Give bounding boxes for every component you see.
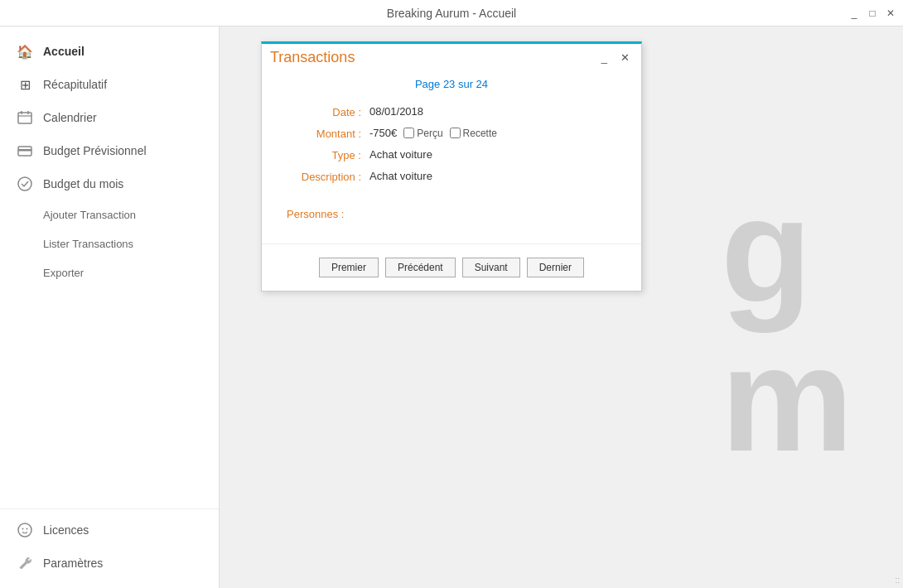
- date-value: 08/01/2018: [369, 105, 616, 118]
- percu-label: Perçu: [417, 128, 442, 139]
- montant-field: Montant : -750€ Perçu Recette: [287, 127, 616, 140]
- sidebar-item-label: Accueil: [43, 45, 85, 58]
- sidebar-sub-label: Ajouter Transaction: [43, 209, 136, 221]
- svg-point-6: [18, 177, 31, 190]
- sidebar-sub-label: Lister Transactions: [43, 238, 133, 250]
- smile-icon: [17, 522, 33, 538]
- home-icon: 🏠: [17, 43, 33, 60]
- dialog-title: Transactions: [270, 49, 355, 66]
- montant-label: Montant :: [287, 128, 369, 140]
- percu-checkbox[interactable]: [403, 128, 414, 138]
- montant-value: -750€: [369, 127, 397, 139]
- svg-point-7: [18, 523, 31, 537]
- app-title: Breaking Aurum - Accueil: [387, 7, 516, 20]
- suivant-button[interactable]: Suivant: [462, 258, 520, 277]
- dialog-footer: Premier Précédent Suivant Dernier: [262, 243, 641, 291]
- type-value: Achat voiture: [369, 148, 616, 161]
- maximize-button[interactable]: □: [867, 7, 878, 19]
- sidebar-item-budget-mois[interactable]: Budget du mois: [0, 167, 219, 200]
- sidebar-item-label: Calendrier: [43, 111, 97, 124]
- background-decoration: g m: [721, 176, 853, 474]
- recette-checkbox-label[interactable]: Recette: [450, 128, 497, 139]
- wrench-icon: [17, 555, 33, 571]
- main-layout: 🏠 Accueil ⊞ Récapitulatif Calendrier: [0, 27, 903, 588]
- sidebar-item-budget-previsionnel[interactable]: Budget Prévisionnel: [0, 134, 219, 167]
- recette-label: Recette: [463, 128, 497, 139]
- sidebar-item-lister-transactions[interactable]: Lister Transactions: [0, 229, 219, 258]
- card-icon: [17, 142, 33, 159]
- dialog-close-button[interactable]: ✕: [617, 50, 633, 65]
- sidebar-item-parametres[interactable]: Paramètres: [0, 547, 219, 580]
- sidebar-item-ajouter-transaction[interactable]: Ajouter Transaction: [0, 200, 219, 229]
- title-bar: Breaking Aurum - Accueil _ □ ✕: [0, 0, 903, 27]
- sidebar-sub-label: Exporter: [43, 267, 84, 279]
- content-area: g m Transactions _ ✕ Page 23 sur 24 Date…: [220, 27, 903, 588]
- sidebar-item-label: Licences: [43, 523, 89, 537]
- sidebar-item-exporter[interactable]: Exporter: [0, 258, 219, 287]
- calendar-icon: [17, 109, 33, 126]
- sidebar-item-licences[interactable]: Licences: [0, 513, 219, 547]
- resize-corner: ::: [895, 576, 900, 585]
- close-button[interactable]: ✕: [885, 7, 896, 19]
- sidebar-item-label: Budget du mois: [43, 177, 123, 190]
- sidebar-item-calendrier[interactable]: Calendrier: [0, 101, 219, 134]
- svg-rect-0: [18, 113, 31, 123]
- personnes-label: Personnes :: [287, 208, 616, 220]
- montant-row: -750€ Perçu Recette: [369, 127, 497, 139]
- description-label: Description :: [287, 171, 369, 183]
- sidebar-item-label: Budget Prévisionnel: [43, 144, 147, 157]
- dialog-body: Page 23 sur 24 Date : 08/01/2018 Montant…: [262, 70, 641, 243]
- type-label: Type :: [287, 149, 369, 161]
- svg-rect-5: [18, 149, 31, 152]
- personnes-section: Personnes :: [287, 200, 616, 220]
- date-field: Date : 08/01/2018: [287, 105, 616, 118]
- recette-checkbox[interactable]: [450, 128, 461, 138]
- dialog-controls: _ ✕: [598, 50, 633, 65]
- sidebar-bottom: Licences Paramètres: [0, 508, 219, 580]
- window-controls: _ □ ✕: [848, 7, 896, 19]
- sidebar-item-label: Récapitulatif: [43, 78, 107, 91]
- transactions-dialog: Transactions _ ✕ Page 23 sur 24 Date : 0…: [261, 41, 642, 292]
- page-indicator: Page 23 sur 24: [287, 78, 616, 90]
- description-field: Description : Achat voiture: [287, 170, 616, 183]
- svg-point-9: [27, 528, 28, 530]
- dialog-titlebar: Transactions _ ✕: [262, 44, 641, 70]
- precedent-button[interactable]: Précédent: [385, 258, 456, 277]
- sidebar-item-recapitulatif[interactable]: ⊞ Récapitulatif: [0, 68, 219, 101]
- sidebar: 🏠 Accueil ⊞ Récapitulatif Calendrier: [0, 27, 220, 588]
- sidebar-item-label: Paramètres: [43, 557, 103, 570]
- dialog-minimize-button[interactable]: _: [598, 50, 611, 65]
- check-circle-icon: [17, 176, 33, 192]
- percu-checkbox-label[interactable]: Perçu: [403, 128, 442, 139]
- svg-point-8: [22, 528, 24, 530]
- sidebar-item-accueil[interactable]: 🏠 Accueil: [0, 35, 219, 68]
- date-label: Date :: [287, 106, 369, 118]
- description-value: Achat voiture: [369, 170, 616, 182]
- grid-icon: ⊞: [17, 76, 33, 93]
- type-field: Type : Achat voiture: [287, 148, 616, 161]
- premier-button[interactable]: Premier: [319, 258, 379, 277]
- minimize-button[interactable]: _: [848, 7, 860, 19]
- dernier-button[interactable]: Dernier: [527, 258, 584, 277]
